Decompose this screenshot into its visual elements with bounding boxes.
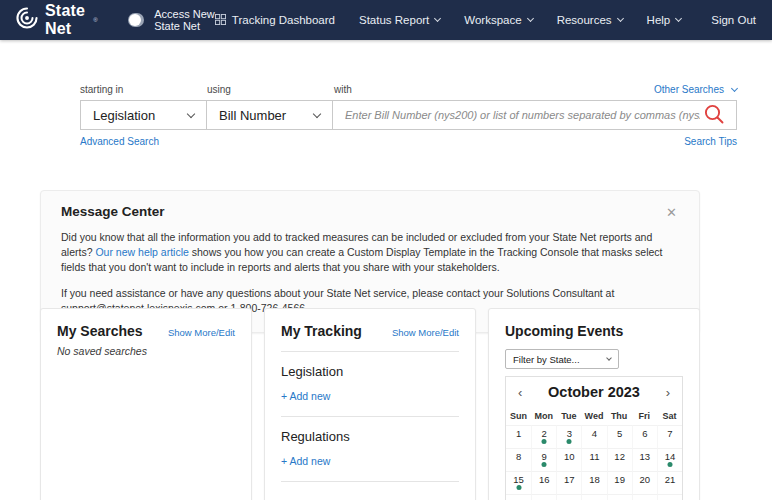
divider (281, 481, 459, 482)
event-dot-icon (667, 462, 672, 467)
access-new-statenet-toggle[interactable] (128, 13, 145, 27)
statenet-logo[interactable]: State Net® (16, 2, 98, 38)
calendar-day[interactable]: 5 (607, 425, 632, 448)
search-section: starting in using with Other Searches Le… (80, 84, 737, 147)
search-links-row: Advanced Search Search Tips (80, 136, 737, 147)
nav-sign-out[interactable]: Sign Out (711, 14, 756, 26)
weekday-label: Fri (632, 408, 657, 425)
weekday-label: Sun (506, 408, 531, 425)
day-number: 4 (592, 428, 597, 439)
day-number: 12 (614, 451, 625, 462)
logo-text: State Net (45, 2, 85, 38)
search-tips-link[interactable]: Search Tips (684, 136, 737, 147)
calendar-day[interactable]: 3 (556, 425, 581, 448)
nav-item-label: Tracking Dashboard (232, 14, 335, 26)
calendar-day[interactable]: 10 (556, 448, 581, 471)
calendar-day[interactable]: 23 (531, 494, 556, 500)
search-fields-row: Legislation Bill Number (80, 100, 737, 130)
main-nav: Tracking Dashboard Status Report Workspa… (215, 14, 756, 27)
day-number: 11 (590, 451, 600, 462)
advanced-search-link[interactable]: Advanced Search (80, 136, 159, 147)
scope-select[interactable]: Legislation (80, 100, 207, 130)
calendar-day[interactable]: 15 (506, 471, 531, 494)
calendar-month-label: October 2023 (548, 384, 640, 400)
upcoming-events-header: Upcoming Events (505, 323, 683, 339)
calendar-day[interactable]: 9 (531, 448, 556, 471)
add-new-legislation-link[interactable]: + Add new (281, 390, 330, 402)
tracking-section-label: Regulations (281, 429, 459, 444)
calendar-day[interactable]: 22 (506, 494, 531, 500)
my-tracking-show-more-link[interactable]: Show More/Edit (392, 327, 459, 338)
search-type-select[interactable]: Bill Number (206, 100, 333, 130)
calendar-day[interactable]: 27 (632, 494, 657, 500)
calendar-day[interactable]: 24 (556, 494, 581, 500)
calendar-day[interactable]: 26 (607, 494, 632, 500)
weekday-label: Wed (581, 408, 606, 425)
my-searches-title: My Searches (57, 323, 143, 339)
my-searches-header: My Searches Show More/Edit (57, 323, 235, 339)
calendar-day[interactable]: 8 (506, 448, 531, 471)
day-number: 21 (665, 474, 676, 485)
search-button[interactable] (700, 102, 728, 128)
search-input-container (332, 100, 737, 130)
weekday-label: Tue (556, 408, 581, 425)
calendar-day[interactable]: 28 (657, 494, 682, 500)
day-number: 17 (564, 474, 575, 485)
calendar-day[interactable]: 13 (632, 448, 657, 471)
nav-help[interactable]: Help (647, 14, 682, 26)
calendar-day[interactable]: 11 (581, 448, 606, 471)
calendar-day[interactable]: 25 (581, 494, 606, 500)
calendar-day[interactable]: 17 (556, 471, 581, 494)
calendar-prev-button[interactable]: ‹ (516, 386, 524, 399)
filter-by-state-value: Filter by State... (513, 354, 580, 365)
calendar-day[interactable]: 7 (657, 425, 682, 448)
other-searches-link[interactable]: Other Searches (654, 84, 737, 95)
day-number: 7 (667, 428, 672, 439)
nav-workspace[interactable]: Workspace (464, 14, 532, 26)
filter-by-state-select[interactable]: Filter by State... (505, 349, 619, 369)
calendar-day[interactable]: 12 (607, 448, 632, 471)
calendar-day[interactable]: 4 (581, 425, 606, 448)
chevron-down-icon (187, 109, 195, 117)
message-paragraph: Did you know that all the information yo… (61, 230, 679, 276)
toggle-knob (129, 14, 141, 26)
day-number: 2 (542, 428, 547, 439)
tracking-section-legislation: Legislation + Add new (281, 364, 459, 404)
day-number: 13 (639, 451, 650, 462)
tracking-section-regulations: Regulations + Add new (281, 429, 459, 469)
nav-resources[interactable]: Resources (557, 14, 623, 26)
with-label: with (334, 84, 654, 95)
calendar-day[interactable]: 2 (531, 425, 556, 448)
message-center-body: Did you know that all the information yo… (61, 230, 679, 316)
help-article-link[interactable]: Our new help article (95, 246, 188, 258)
weekday-label: Sat (657, 408, 682, 425)
calendar-day[interactable]: 19 (607, 471, 632, 494)
divider (281, 351, 459, 352)
nav-item-label: Status Report (359, 14, 429, 26)
calendar-day[interactable]: 18 (581, 471, 606, 494)
calendar-day[interactable]: 21 (657, 471, 682, 494)
starting-in-label: starting in (80, 84, 207, 95)
calendar-next-button[interactable]: › (664, 386, 672, 399)
calendar-day[interactable]: 14 (657, 448, 682, 471)
my-searches-show-more-link[interactable]: Show More/Edit (168, 327, 235, 338)
close-icon[interactable]: ✕ (664, 204, 679, 221)
nav-tracking-dashboard[interactable]: Tracking Dashboard (215, 14, 335, 27)
my-searches-card: My Searches Show More/Edit No saved sear… (40, 308, 252, 500)
nav-status-report[interactable]: Status Report (359, 14, 440, 26)
search-input[interactable] (345, 109, 700, 121)
calendar-day[interactable]: 1 (506, 425, 531, 448)
grid-icon (215, 14, 226, 27)
toggle-label: Access New State Net (154, 8, 215, 32)
day-number: 3 (567, 428, 572, 439)
message-center-header: Message Center ✕ (61, 204, 679, 221)
scope-select-value: Legislation (93, 108, 155, 123)
add-new-regulations-link[interactable]: + Add new (281, 455, 330, 467)
my-tracking-title: My Tracking (281, 323, 362, 339)
calendar-day[interactable]: 6 (632, 425, 657, 448)
calendar-day[interactable]: 16 (531, 471, 556, 494)
my-tracking-header: My Tracking Show More/Edit (281, 323, 459, 339)
calendar-day[interactable]: 20 (632, 471, 657, 494)
event-dot-icon (542, 462, 547, 467)
chevron-down-icon (606, 355, 612, 361)
